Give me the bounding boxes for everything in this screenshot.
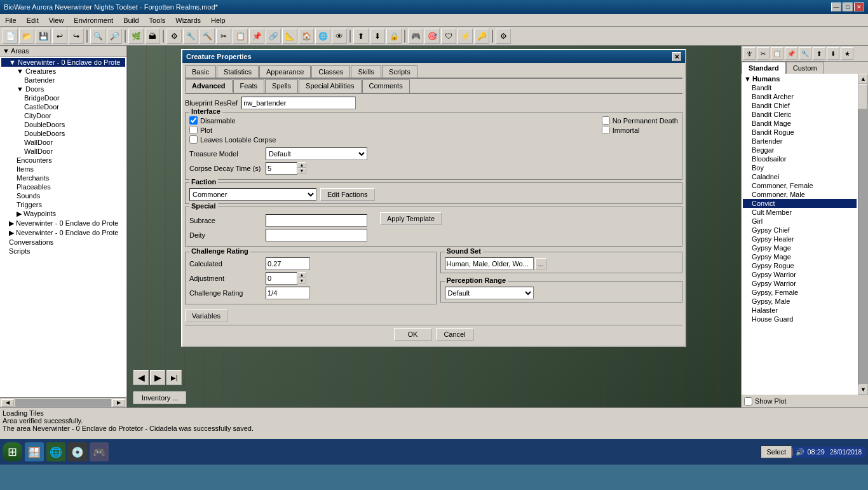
creature-bandit[interactable]: Bandit: [743, 83, 857, 92]
toolbar-d3[interactable]: 🔒: [386, 29, 402, 44]
menu-view[interactable]: View: [44, 15, 69, 25]
tab-skills[interactable]: Skills: [351, 65, 381, 78]
right-toolbar-btn5[interactable]: 🔧: [799, 47, 811, 60]
toolbar-undo[interactable]: ↩: [52, 29, 67, 44]
tree-scripts[interactable]: Scripts: [1, 247, 125, 255]
tab-special-abilities[interactable]: Special Abilities: [299, 79, 361, 93]
creature-gypsy-female[interactable]: Gypsy, Female: [743, 288, 857, 297]
tree-creatures[interactable]: ▼ Creatures: [1, 67, 125, 76]
scrollbar-up-btn[interactable]: ▲: [858, 74, 868, 84]
menu-tools[interactable]: Tools: [144, 15, 171, 25]
toolbar-c2[interactable]: 🔧: [183, 29, 198, 44]
tab-feats[interactable]: Feats: [233, 79, 265, 93]
creature-bloodsailor[interactable]: Bloodsailor: [743, 154, 857, 163]
tab-spells[interactable]: Spells: [265, 79, 298, 93]
toolbar-new[interactable]: 📄: [3, 29, 18, 44]
toolbar-c5[interactable]: 📋: [233, 29, 248, 44]
toolbar-c8[interactable]: 📐: [282, 29, 297, 44]
right-toolbar-btn6[interactable]: ⬆: [813, 47, 825, 60]
toolbar-filter[interactable]: 🔎: [107, 29, 122, 44]
tree-bartender[interactable]: Bartender: [1, 76, 125, 85]
right-toolbar-btn3[interactable]: 📋: [771, 47, 783, 60]
plot-checkbox[interactable]: [189, 126, 198, 134]
toolbar-e5[interactable]: 🔑: [474, 29, 489, 44]
right-toolbar-btn1[interactable]: 🗡: [743, 47, 756, 60]
menu-build[interactable]: Build: [118, 15, 144, 25]
maximize-btn[interactable]: □: [843, 3, 853, 11]
scrollbar-down-btn[interactable]: ▼: [858, 385, 868, 395]
creature-bandit-cleric[interactable]: Bandit Cleric: [743, 110, 857, 119]
creature-bandit-rogue[interactable]: Bandit Rogue: [743, 128, 857, 137]
right-toolbar-btn2[interactable]: ✂: [757, 47, 770, 60]
tree-placeables[interactable]: Placeables: [1, 182, 125, 191]
creature-gypsy-mage2[interactable]: Gypsy Mage: [743, 252, 857, 261]
toolbar-c10[interactable]: 🌐: [315, 29, 330, 44]
blueprint-resref-input[interactable]: [241, 97, 356, 109]
creature-cult-member[interactable]: Cult Member: [743, 208, 857, 217]
toolbar-d2[interactable]: ⬇: [370, 29, 385, 44]
apply-template-button[interactable]: Apply Template: [380, 212, 442, 225]
creature-gypsy-warrior1[interactable]: Gypsy Warrior: [743, 270, 857, 279]
toolbar-b2[interactable]: 🏔: [145, 29, 160, 44]
tree-bridgedoor[interactable]: BridgeDoor: [1, 93, 125, 102]
corpse-decay-up[interactable]: ▲: [297, 162, 306, 168]
toolbar-c4[interactable]: ✂: [216, 29, 231, 44]
toolbar-save[interactable]: 💾: [36, 29, 51, 44]
edit-factions-button[interactable]: Edit Factions: [320, 188, 375, 201]
toolbar-redo[interactable]: ↪: [69, 29, 84, 44]
perception-range-select[interactable]: Default Short Long: [445, 287, 534, 299]
scrollbar-track[interactable]: [858, 84, 868, 385]
toolbar-c11[interactable]: 👁: [332, 29, 347, 44]
tab-basic[interactable]: Basic: [185, 65, 216, 78]
creature-bandit-archer[interactable]: Bandit Archer: [743, 92, 857, 101]
creature-gypsy-mage1[interactable]: Gypsy Mage: [743, 243, 857, 252]
tree-doubledoors2[interactable]: DoubleDoors: [1, 129, 125, 138]
taskbar-icon-app[interactable]: 🎮: [90, 442, 109, 461]
creature-caladnei[interactable]: Caladnei: [743, 172, 857, 181]
nav-prev-btn[interactable]: ◀: [133, 370, 149, 385]
deity-input[interactable]: [266, 229, 367, 242]
dialog-close-btn[interactable]: ✕: [672, 52, 681, 61]
creature-commoner-female[interactable]: Commoner, Female: [743, 181, 857, 190]
creature-convict[interactable]: Convict: [743, 199, 857, 208]
disarmable-checkbox[interactable]: [189, 116, 198, 125]
nav-next-btn[interactable]: ▶: [150, 370, 165, 385]
sound-set-input[interactable]: [445, 257, 534, 270]
tree-merchants[interactable]: Merchants: [1, 174, 125, 182]
leaves-lootable-checkbox[interactable]: [189, 135, 198, 144]
close-btn[interactable]: ✕: [854, 3, 864, 11]
ok-button[interactable]: OK: [394, 328, 432, 341]
taskbar-icon-disc[interactable]: 💿: [68, 442, 87, 461]
creature-gypsy-healer[interactable]: Gypsy Healer: [743, 235, 857, 243]
toolbar-d1[interactable]: ⬆: [353, 29, 369, 44]
creature-house-guard[interactable]: House Guard: [743, 315, 857, 323]
right-toolbar-btn7[interactable]: ⬇: [827, 47, 839, 60]
creature-beggar[interactable]: Beggar: [743, 146, 857, 154]
toolbar-e4[interactable]: ⚡: [458, 29, 473, 44]
creature-halaster[interactable]: Halaster: [743, 306, 857, 315]
menu-edit[interactable]: Edit: [22, 15, 44, 25]
menu-wizards[interactable]: Wizards: [170, 15, 206, 25]
menu-environment[interactable]: Environment: [69, 15, 118, 25]
creature-gypsy-male[interactable]: Gypsy, Male: [743, 297, 857, 306]
humans-group-header[interactable]: ▼ Humans: [743, 74, 857, 83]
toolbar-c6[interactable]: 📌: [249, 29, 264, 44]
tab-appearance[interactable]: Appearance: [259, 65, 311, 78]
creature-bandit-mage[interactable]: Bandit Mage: [743, 119, 857, 128]
tree-neverwinter-1[interactable]: ▼ Neverwinter - 0 Enclave do Prote: [1, 58, 125, 67]
immortal-checkbox[interactable]: [602, 126, 610, 134]
right-tab-custom[interactable]: Custom: [786, 62, 824, 74]
tree-walldoor1[interactable]: WallDoor: [1, 138, 125, 147]
adjustment-down[interactable]: ▼: [297, 278, 306, 283]
tree-triggers[interactable]: Triggers: [1, 200, 125, 209]
creature-bandit-chief[interactable]: Bandit Chief: [743, 101, 857, 110]
tree-castledoor[interactable]: CastleDoor: [1, 102, 125, 111]
no-permanent-death-checkbox[interactable]: [602, 116, 610, 125]
tab-classes[interactable]: Classes: [311, 65, 350, 78]
toolbar-open[interactable]: 📂: [19, 29, 34, 44]
creature-gypsy-chief[interactable]: Gypsy Chief: [743, 226, 857, 235]
toolbar-e3[interactable]: 🛡: [441, 29, 456, 44]
tab-scripts[interactable]: Scripts: [382, 65, 417, 78]
tree-waypoints[interactable]: ▶ Waypoints: [1, 209, 125, 219]
right-toolbar-btn4[interactable]: 📌: [785, 47, 797, 60]
